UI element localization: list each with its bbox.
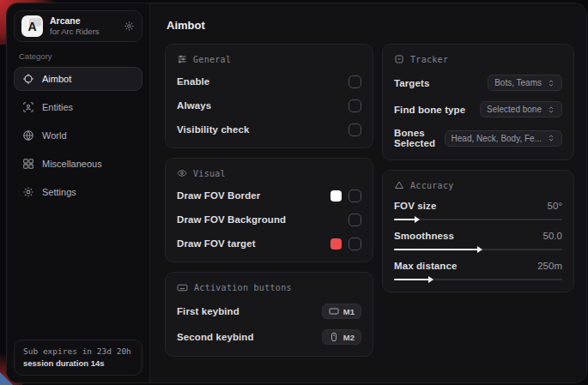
app-window: A Arcane for Arc Riders Category bbox=[6, 3, 587, 383]
gear-icon[interactable] bbox=[124, 21, 135, 32]
sidebar-item-settings[interactable]: Settings bbox=[14, 180, 142, 204]
page-title: Aimbot bbox=[167, 19, 574, 32]
setting-row-visibility-check: Visibility check bbox=[177, 123, 361, 136]
chevrons-up-down-icon bbox=[547, 134, 555, 142]
sidebar-nav: Aimbot Entities World bbox=[7, 67, 149, 204]
card-accuracy: Accuracy FOV size 50° Smoothness bbox=[382, 170, 574, 292]
setting-row-targets: Targets Bots, Teams bbox=[394, 75, 562, 91]
brand-header: A Arcane for Arc Riders bbox=[14, 10, 142, 42]
smoothness-slider[interactable] bbox=[394, 249, 562, 250]
subscription-expiry: Sub expires in 23d 20h bbox=[23, 346, 133, 356]
logo-letter: A bbox=[27, 20, 36, 33]
sidebar-item-label: Miscellaneous bbox=[42, 159, 102, 169]
brand-text: Arcane for Arc Riders bbox=[50, 15, 117, 37]
enable-checkbox[interactable] bbox=[349, 75, 361, 88]
triangle-icon bbox=[394, 180, 404, 190]
bones-selected-select[interactable]: Head, Neck, Body, Fe... bbox=[445, 130, 562, 147]
sidebar-item-aimbot[interactable]: Aimbot bbox=[14, 67, 142, 91]
select-value: Head, Neck, Body, Fe... bbox=[452, 134, 542, 143]
setting-max-distance: Max distance 250m bbox=[394, 261, 562, 280]
subscription-info: Sub expires in 23d 20h session duration … bbox=[14, 340, 142, 376]
second-keybind-button[interactable]: M2 bbox=[322, 329, 361, 345]
card-visual: Visual Draw FOV Border Draw FOV Backgrou… bbox=[165, 158, 373, 262]
card-title: Activation buttons bbox=[194, 283, 292, 292]
sidebar-item-label: Entities bbox=[42, 102, 73, 112]
card-tracker: Tracker Targets Bots, Teams bbox=[382, 44, 574, 160]
slider-fill bbox=[394, 279, 429, 280]
keybind-value: M2 bbox=[343, 333, 355, 342]
select-value: Bots, Teams bbox=[494, 78, 542, 87]
fov-size-value: 50° bbox=[548, 201, 562, 211]
smoothness-value: 50.0 bbox=[543, 231, 562, 241]
card-general: General Enable Always Visibility check bbox=[165, 44, 373, 148]
keybind-value: M1 bbox=[343, 307, 355, 316]
session-duration: session duration 14s bbox=[23, 358, 133, 368]
max-distance-slider[interactable] bbox=[394, 279, 562, 280]
sidebar-item-label: Aimbot bbox=[42, 74, 71, 84]
setting-row-bones-selected: Bones Selected Head, Neck, Body, Fe... bbox=[394, 128, 562, 148]
sidebar-item-miscellaneous[interactable]: Miscellaneous bbox=[14, 152, 142, 176]
setting-smoothness: Smoothness 50.0 bbox=[394, 231, 562, 250]
app-logo: A bbox=[21, 15, 43, 37]
app-name: Arcane bbox=[50, 15, 117, 27]
fov-target-checkbox[interactable] bbox=[349, 238, 361, 250]
gear-icon bbox=[22, 186, 34, 198]
sidebar-item-world[interactable]: World bbox=[14, 123, 142, 147]
sliders-icon bbox=[177, 54, 187, 64]
fov-border-color-swatch[interactable] bbox=[330, 190, 342, 202]
setting-row-fov-border: Draw FOV Border bbox=[177, 189, 361, 202]
chevrons-up-down-icon bbox=[547, 79, 555, 87]
select-value: Selected bone bbox=[487, 105, 542, 114]
slider-fill bbox=[394, 249, 478, 250]
keyboard-icon bbox=[177, 282, 188, 293]
main-panel: Aimbot General bbox=[150, 3, 586, 382]
sidebar-item-label: Settings bbox=[42, 187, 76, 197]
setting-row-second-keybind: Second keybind M2 bbox=[177, 329, 361, 345]
category-label: Category bbox=[19, 51, 137, 61]
entities-scan-icon bbox=[22, 101, 34, 113]
setting-row-always: Always bbox=[177, 99, 361, 112]
square-dot-icon bbox=[394, 54, 404, 64]
setting-row-fov-background: Draw FOV Background bbox=[177, 213, 361, 226]
setting-row-fov-target: Draw FOV target bbox=[177, 237, 361, 250]
app-subtitle: for Arc Riders bbox=[50, 27, 117, 37]
sidebar: A Arcane for Arc Riders Category bbox=[7, 3, 150, 382]
mouse-icon bbox=[329, 332, 339, 342]
always-checkbox[interactable] bbox=[349, 99, 361, 112]
sidebar-item-label: World bbox=[42, 130, 67, 141]
visibility-check-checkbox[interactable] bbox=[349, 123, 361, 136]
card-title: Accuracy bbox=[410, 181, 454, 190]
chevrons-up-down-icon bbox=[547, 105, 555, 114]
find-bone-type-select[interactable]: Selected bone bbox=[480, 101, 562, 117]
sidebar-item-entities[interactable]: Entities bbox=[14, 95, 142, 119]
globe-icon bbox=[22, 129, 34, 141]
setting-row-first-keybind: First keybind M1 bbox=[177, 304, 361, 319]
crosshair-icon bbox=[22, 73, 34, 85]
fov-size-slider[interactable] bbox=[394, 219, 562, 220]
keyboard-icon bbox=[329, 306, 339, 316]
setting-row-enable: Enable bbox=[177, 75, 361, 88]
grid-icon bbox=[22, 158, 34, 170]
card-title: Tracker bbox=[410, 55, 448, 64]
targets-select[interactable]: Bots, Teams bbox=[488, 75, 562, 91]
max-distance-value: 250m bbox=[537, 261, 562, 271]
card-title: General bbox=[193, 55, 231, 64]
first-keybind-button[interactable]: M1 bbox=[322, 304, 361, 319]
card-activation-buttons: Activation buttons First keybind M1 bbox=[165, 272, 373, 357]
slider-fill bbox=[394, 219, 415, 220]
fov-background-checkbox[interactable] bbox=[349, 214, 361, 226]
fov-border-checkbox[interactable] bbox=[349, 189, 361, 202]
fov-target-color-swatch[interactable] bbox=[330, 238, 342, 250]
eye-icon bbox=[177, 168, 187, 178]
setting-fov-size: FOV size 50° bbox=[394, 201, 562, 220]
card-title: Visual bbox=[193, 169, 226, 178]
setting-row-find-bone-type: Find bone type Selected bone bbox=[394, 101, 562, 117]
